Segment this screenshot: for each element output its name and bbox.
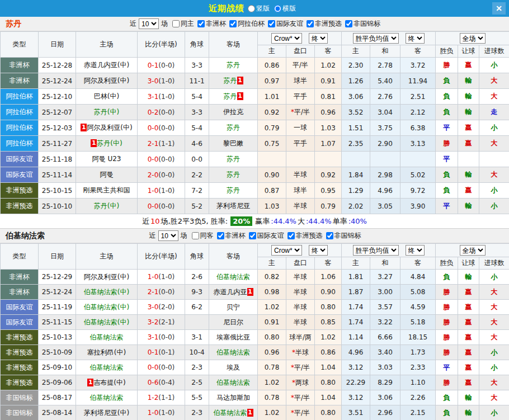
fulltime-score: 0-0 xyxy=(148,155,159,163)
avg-draw-cell: 3.05 xyxy=(370,199,400,214)
fulltime-score: 2-1 xyxy=(148,140,159,148)
filter-controls: 近10场同主非洲杯阿拉伯杯国际友谊非洲预选非国锦标 xyxy=(0,18,509,29)
layout-radio-vertical-label[interactable]: 竖版 xyxy=(256,4,270,13)
corner-cell: 5-5 xyxy=(185,390,209,405)
away-team-cell: 苏丹 xyxy=(209,58,258,73)
filter-checkbox[interactable] xyxy=(192,232,199,239)
bookmaker-select[interactable]: Crow* xyxy=(271,33,302,44)
corner-cell: 5-4 xyxy=(185,89,209,105)
match-type-cell: 阿拉伯杯 xyxy=(1,89,39,105)
final-wdl-select[interactable]: 终 xyxy=(406,33,425,44)
filter-checkbox-label[interactable]: 非洲杯 xyxy=(225,231,246,240)
score-cell: 0-6(0-4) xyxy=(138,375,185,390)
match-count-select[interactable]: 10 xyxy=(139,18,159,29)
home-odds-cell: 1.03 xyxy=(258,199,286,214)
goals-result-cell: 大 xyxy=(479,375,509,390)
filter-checkbox[interactable] xyxy=(249,232,256,239)
wdl-result-cell: 負 xyxy=(436,167,458,183)
sub-column-header: 胜负 xyxy=(436,257,458,270)
home-odds-cell: 1.02 xyxy=(258,405,286,420)
score-cell: 1-0(1-0) xyxy=(138,270,185,285)
halftime-score: (0-0) xyxy=(158,108,175,116)
avg-draw-cell: 2.98 xyxy=(370,167,400,183)
near-label: 近 xyxy=(130,19,136,29)
team-name-text: 阿尔及利亚(中) xyxy=(84,77,129,84)
filter-checkbox[interactable] xyxy=(326,232,333,239)
match-type-cell: 非洲杯 xyxy=(1,58,39,73)
filter-checkbox-label[interactable]: 同客 xyxy=(200,231,214,240)
filter-checkbox-label[interactable]: 非洲预选 xyxy=(296,231,323,240)
away-odds-cell: 1.02 xyxy=(315,58,342,73)
away-odds-cell: 0.81 xyxy=(315,89,342,105)
handicap-result-cell: 輸 xyxy=(458,199,479,214)
fulltime-score: 3-2 xyxy=(148,318,159,326)
filter-checkbox[interactable] xyxy=(217,232,224,239)
filter-checkbox-label[interactable]: 国际友谊 xyxy=(257,231,284,240)
fulltime-score: 3-0 xyxy=(148,77,159,85)
goals-result-cell: 走 xyxy=(479,105,509,120)
bookmaker-select[interactable]: Crow* xyxy=(271,245,302,256)
close-icon[interactable]: ✕ xyxy=(492,2,506,15)
filter-checkbox-label[interactable]: 非国锦标 xyxy=(354,19,380,29)
avg-win-cell: 3.51 xyxy=(342,405,370,420)
team-name-text: 伯基纳法索 xyxy=(214,409,247,417)
table-row: 非洲预选25-10-13伯基纳法索3-1(0-0)3-1埃塞俄比亚0.80球半/… xyxy=(1,330,509,345)
wdl-average-select[interactable]: 胜平负均值 xyxy=(353,33,399,44)
halftime-score: (1-0) xyxy=(158,273,175,281)
match-count-select[interactable]: 10 xyxy=(158,230,178,241)
corner-cell: 4-6 xyxy=(185,136,209,152)
final-odds-select[interactable]: 终 xyxy=(309,245,328,256)
avg-win-cell xyxy=(342,152,370,167)
handicap-result-cell: 贏 xyxy=(458,345,479,360)
avg-lose-cell: 5.02 xyxy=(400,167,436,183)
away-odds-cell: 0.92 xyxy=(315,167,342,183)
layout-radio-horizontal[interactable] xyxy=(274,5,281,12)
home-odds-cell: 1.02 xyxy=(258,375,286,390)
filter-checkbox-label[interactable]: 阿拉伯杯 xyxy=(238,19,265,29)
red-card-badge: 1 xyxy=(237,92,243,100)
away-team-cell: 茅利塔尼亚 xyxy=(209,199,258,214)
final-odds-select[interactable]: 终 xyxy=(309,33,328,44)
filter-checkbox[interactable] xyxy=(172,20,180,27)
avg-draw-cell: 6.66 xyxy=(370,330,400,345)
match-type-cell: 国际友谊 xyxy=(1,315,39,330)
scope-select[interactable]: 全场 xyxy=(460,33,486,44)
avg-win-cell: 2.30 xyxy=(342,58,370,73)
filter-checkbox[interactable] xyxy=(288,232,295,239)
team-name-text: 埃塞俄比亚 xyxy=(216,333,250,341)
wdl-average-select[interactable]: 胜平负均值 xyxy=(353,245,399,256)
goals-result-cell: 大 xyxy=(479,300,509,315)
final-wdl-select[interactable]: 终 xyxy=(406,245,425,256)
filter-checkbox-label[interactable]: 非洲杯 xyxy=(206,19,226,29)
scope-select[interactable]: 全场 xyxy=(460,245,486,256)
filter-checkbox[interactable] xyxy=(197,20,205,27)
sub-column-header: 主 xyxy=(258,45,286,58)
filter-checkbox[interactable] xyxy=(345,20,352,27)
away-team-cell: 埃塞俄比亚 xyxy=(209,330,258,345)
away-team-cell: 马达加斯加 xyxy=(209,390,258,405)
date-cell: 25-10-15 xyxy=(39,183,76,199)
home-odds-cell xyxy=(258,152,286,167)
avg-draw-cell: 3.22 xyxy=(370,315,400,330)
match-type-cell: 非国锦标 xyxy=(1,405,39,420)
away-team-cell: 贝宁 xyxy=(209,300,258,315)
filter-checkbox-label[interactable]: 非洲预选 xyxy=(315,19,342,29)
filter-checkbox-label[interactable]: 国际友谊 xyxy=(276,19,303,29)
layout-radio-vertical[interactable] xyxy=(248,5,255,12)
wdl-result-cell: 勝 xyxy=(436,330,458,345)
handicap-result-cell: 贏 xyxy=(458,315,479,330)
filter-checkbox[interactable] xyxy=(307,20,314,27)
column-header: 客场 xyxy=(209,32,258,58)
halftime-score: (1-1) xyxy=(158,394,175,402)
date-cell: 25-12-24 xyxy=(39,285,76,300)
layout-radio-horizontal-label[interactable]: 横版 xyxy=(282,4,296,13)
filter-checkbox-label[interactable]: 非国锦标 xyxy=(334,231,361,240)
filter-checkbox[interactable] xyxy=(229,20,237,27)
away-odds-cell: 0.86 xyxy=(315,345,342,360)
handicap-result-cell: 贏 xyxy=(458,285,479,300)
filter-checkbox[interactable] xyxy=(268,20,275,27)
avg-lose-cell: 2.33 xyxy=(400,360,436,375)
column-header: 主场 xyxy=(76,32,138,58)
filter-checkbox-label[interactable]: 同主 xyxy=(181,19,194,29)
column-header: 比分(半场) xyxy=(138,244,185,270)
